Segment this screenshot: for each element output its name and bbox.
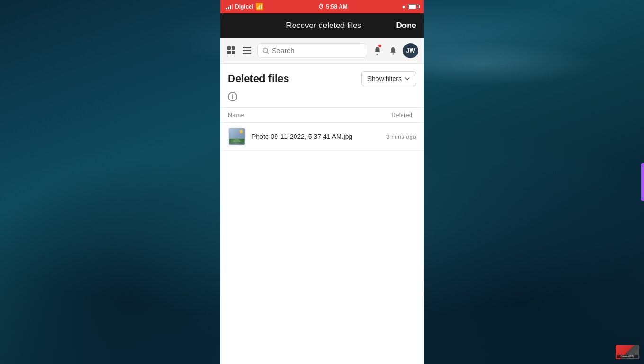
svg-rect-0 xyxy=(227,46,231,50)
table-header: Name Deleted xyxy=(220,107,424,123)
list-view-button[interactable] xyxy=(242,43,252,58)
svg-rect-4 xyxy=(243,47,251,48)
battery-icon xyxy=(408,4,418,9)
corner-thumbnail: Deleted2022 xyxy=(616,345,639,359)
table-row[interactable]: Photo 09-11-2022, 5 37 41 AM.jpg 3 mins … xyxy=(220,123,424,151)
status-right: ● xyxy=(402,3,418,10)
col-name-header: Name xyxy=(228,111,391,118)
record-icon: ● xyxy=(402,3,406,10)
search-box xyxy=(257,43,367,58)
info-row: i xyxy=(220,90,424,107)
bell-icon xyxy=(389,46,397,55)
toolbar: JW xyxy=(220,38,424,64)
title-text: Recover deleted files xyxy=(251,21,396,30)
title-bar: Recover deleted files Done xyxy=(220,13,424,38)
svg-rect-3 xyxy=(232,51,235,54)
file-deleted-time: 3 mins ago xyxy=(383,133,416,140)
phone-container: Digicel 📶 ⏱ 5:58 AM ● Recover deleted fi… xyxy=(220,0,424,364)
status-center: ⏱ 5:58 AM xyxy=(318,3,348,10)
mountain-shape xyxy=(233,138,241,142)
file-thumbnail xyxy=(228,127,246,146)
info-icon[interactable]: i xyxy=(228,92,237,101)
svg-point-10 xyxy=(392,53,394,54)
page-title: Deleted files xyxy=(228,73,289,85)
file-name: Photo 09-11-2022, 5 37 41 AM.jpg xyxy=(251,132,383,141)
scroll-indicator xyxy=(641,163,644,201)
corner-thumbnail-text: Deleted2022 xyxy=(617,355,638,358)
col-deleted-header: Deleted xyxy=(391,111,416,118)
list-icon xyxy=(243,46,251,55)
main-content: Deleted files Show filters i Name Delete… xyxy=(220,64,424,364)
svg-rect-1 xyxy=(232,46,235,50)
show-filters-button[interactable]: Show filters xyxy=(361,71,416,86)
sun-shape xyxy=(240,130,243,133)
svg-rect-2 xyxy=(227,51,231,54)
notification-dot xyxy=(378,44,382,48)
done-button[interactable]: Done xyxy=(396,19,417,32)
bell-button[interactable] xyxy=(387,43,398,58)
wifi-icon: 📶 xyxy=(255,3,263,10)
svg-line-8 xyxy=(267,52,269,54)
file-info: Photo 09-11-2022, 5 37 41 AM.jpg xyxy=(251,132,383,141)
signal-bars xyxy=(226,4,233,9)
clock-icon: ⏱ xyxy=(318,3,324,10)
grid-view-button[interactable] xyxy=(226,43,237,58)
svg-rect-5 xyxy=(243,50,251,51)
search-icon xyxy=(262,47,269,54)
file-list: Photo 09-11-2022, 5 37 41 AM.jpg 3 mins … xyxy=(220,123,424,151)
notification-button[interactable] xyxy=(372,43,383,58)
grid-icon xyxy=(227,46,236,55)
svg-point-9 xyxy=(376,54,378,55)
page-header: Deleted files Show filters xyxy=(220,64,424,90)
search-input[interactable] xyxy=(272,46,362,55)
status-left: Digicel 📶 xyxy=(226,3,263,10)
time-label: 5:58 AM xyxy=(326,3,348,10)
show-filters-label: Show filters xyxy=(367,75,402,82)
avatar[interactable]: JW xyxy=(403,43,418,58)
chevron-down-icon xyxy=(404,76,410,82)
status-bar: Digicel 📶 ⏱ 5:58 AM ● xyxy=(220,0,424,13)
svg-rect-6 xyxy=(243,53,251,54)
carrier-label: Digicel xyxy=(235,3,253,10)
battery-fill xyxy=(409,5,416,9)
